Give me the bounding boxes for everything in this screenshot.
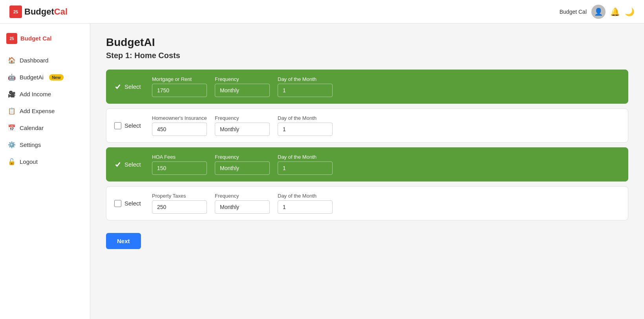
sidebar-item-settings[interactable]: ⚙️ Settings [0,136,90,153]
logout-icon: 🔓 [8,158,16,165]
bell-icon[interactable]: 🔔 [610,7,620,16]
expense-card-hoa: Select HOA Fees Frequency Day of the Mon… [106,147,628,182]
field-group-amount-hoa: HOA Fees [152,154,207,175]
checkbox-area-property-tax: Select [114,200,146,207]
field-group-day-hoa: Day of the Month [278,154,333,175]
amount-label-property-tax: Property Taxes [152,193,207,199]
header-right: Budget Cal 👤 🔔 🌙 [560,5,635,19]
amount-input-hoa[interactable] [152,161,207,175]
sidebar-item-label: Logout [20,158,38,165]
day-label-hoa: Day of the Month [278,154,333,160]
checkbox-area-mortgage: Select [114,83,146,90]
fields-area-homeowner: Homeowner's Insurance Frequency Day of t… [152,115,620,136]
sidebar-item-label: Calendar [20,125,44,131]
select-label-hoa: Select [124,161,141,168]
field-group-amount-mortgage: Mortgage or Rent [152,76,207,97]
field-group-freq-property-tax: Frequency [215,193,270,214]
field-group-freq-homeowner: Frequency [215,115,270,136]
moon-icon[interactable]: 🌙 [625,7,635,16]
day-label-homeowner: Day of the Month [278,115,333,121]
expense-cards-container: Select Mortgage or Rent Frequency Day of… [106,70,628,220]
fields-area-hoa: HOA Fees Frequency Day of the Month [152,154,620,175]
sidebar-logo: 25 Budget Cal [0,30,90,52]
amount-input-mortgage[interactable] [152,84,207,97]
field-group-freq-hoa: Frequency [215,154,270,175]
day-input-hoa[interactable] [278,161,333,175]
select-label-mortgage: Select [124,83,141,90]
sidebar-nav: 🏠 Dashboard🤖 BudgetAiNew🎥 Add Income📋 Ad… [0,52,90,170]
select-label-homeowner: Select [124,122,141,129]
sidebar-item-add-expense[interactable]: 📋 Add Expense [0,103,90,119]
field-group-day-property-tax: Day of the Month [278,193,333,214]
settings-icon: ⚙️ [8,141,16,148]
expense-card-property-tax: Select Property Taxes Frequency Day of t… [106,186,628,220]
frequency-input-homeowner[interactable] [215,123,270,136]
budgetai-icon: 🤖 [8,73,16,81]
day-input-homeowner[interactable] [278,123,333,136]
frequency-label-homeowner: Frequency [215,115,270,121]
sidebar: 25 Budget Cal 🏠 Dashboard🤖 BudgetAiNew🎥 … [0,24,90,319]
card-row-property-tax: Select Property Taxes Frequency Day of t… [106,187,628,220]
frequency-input-property-tax[interactable] [215,200,270,214]
field-group-amount-homeowner: Homeowner's Insurance [152,115,207,136]
sidebar-item-label: Add Expense [20,108,55,114]
frequency-input-mortgage[interactable] [215,84,270,97]
sidebar-item-label: Settings [20,141,41,148]
frequency-label-property-tax: Frequency [215,193,270,199]
fields-area-mortgage: Mortgage or Rent Frequency Day of the Mo… [152,76,620,97]
next-button[interactable]: Next [106,233,141,249]
main-content: BudgetAI Step 1: Home Costs Select Mortg… [90,24,644,319]
sidebar-item-label: Add Income [20,91,51,97]
frequency-label-hoa: Frequency [215,154,270,160]
field-group-day-homeowner: Day of the Month [278,115,333,136]
add-income-icon: 🎥 [8,90,16,98]
dashboard-icon: 🏠 [8,57,16,64]
checkbox-area-hoa: Select [114,161,146,168]
checkbox-mortgage[interactable] [114,83,121,90]
sidebar-item-calendar[interactable]: 📅 Calendar [0,119,90,136]
amount-label-mortgage: Mortgage or Rent [152,76,207,82]
field-group-day-mortgage: Day of the Month [278,76,333,97]
sidebar-item-logout[interactable]: 🔓 Logout [0,153,90,170]
sidebar-logo-text: Budget Cal [20,35,51,42]
checkbox-homeowner[interactable] [114,122,121,129]
sidebar-logo-icon: 25 [6,33,17,44]
page-title: BudgetAI [106,36,628,49]
checkbox-area-homeowner: Select [114,122,146,129]
avatar[interactable]: 👤 [591,5,606,19]
sidebar-item-dashboard[interactable]: 🏠 Dashboard [0,52,90,69]
field-group-amount-property-tax: Property Taxes [152,193,207,214]
card-row-mortgage: Select Mortgage or Rent Frequency Day of… [106,70,628,103]
expense-card-homeowner: Select Homeowner's Insurance Frequency D… [106,108,628,143]
amount-label-homeowner: Homeowner's Insurance [152,115,207,121]
day-label-property-tax: Day of the Month [278,193,333,199]
sidebar-item-add-income[interactable]: 🎥 Add Income [0,86,90,103]
header-username: Budget Cal [560,9,587,15]
header-logo-text: BudgetCal [24,7,68,17]
fields-area-property-tax: Property Taxes Frequency Day of the Mont… [152,193,620,214]
checkbox-hoa[interactable] [114,161,121,168]
checkbox-property-tax[interactable] [114,200,121,207]
amount-label-hoa: HOA Fees [152,154,207,160]
select-label-property-tax: Select [124,200,141,207]
card-row-hoa: Select HOA Fees Frequency Day of the Mon… [106,148,628,181]
amount-input-property-tax[interactable] [152,200,207,214]
frequency-input-hoa[interactable] [215,161,270,175]
sidebar-item-label: Dashboard [20,57,48,64]
page-subtitle: Step 1: Home Costs [106,51,628,60]
frequency-label-mortgage: Frequency [215,76,270,82]
add-expense-icon: 📋 [8,107,16,115]
day-label-mortgage: Day of the Month [278,76,333,82]
card-row-homeowner: Select Homeowner's Insurance Frequency D… [106,109,628,142]
calendar-icon: 📅 [8,124,16,132]
logo-calendar-icon: 25 [9,6,22,18]
sidebar-item-budgetai[interactable]: 🤖 BudgetAiNew [0,69,90,86]
sidebar-item-label: BudgetAi [20,74,44,81]
header-logo: 25 BudgetCal [9,6,68,18]
badge-new: New [49,74,64,81]
day-input-property-tax[interactable] [278,200,333,214]
top-header: 25 BudgetCal Budget Cal 👤 🔔 🌙 [0,0,644,24]
amount-input-homeowner[interactable] [152,123,207,136]
day-input-mortgage[interactable] [278,84,333,97]
expense-card-mortgage: Select Mortgage or Rent Frequency Day of… [106,70,628,104]
